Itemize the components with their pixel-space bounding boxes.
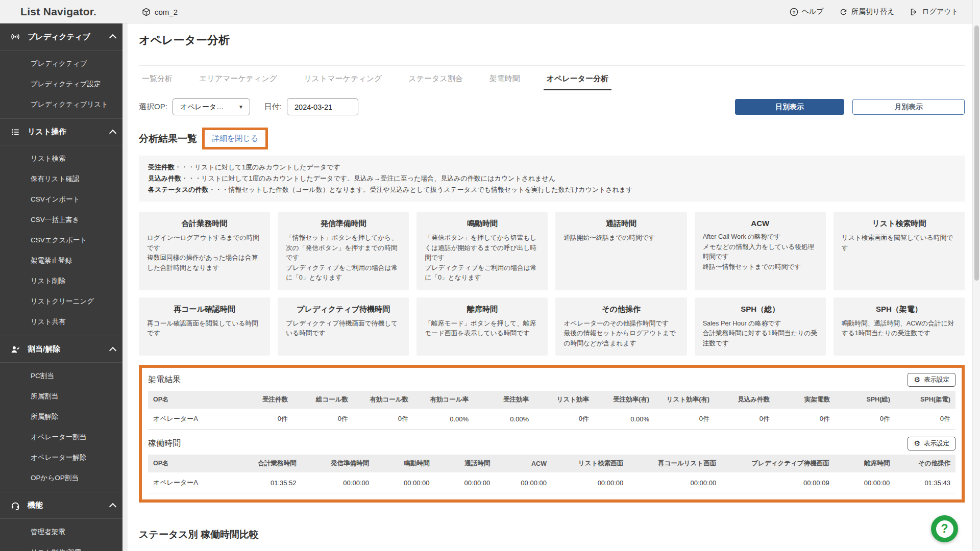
sidebar-item[interactable]: リストクリーニング — [0, 291, 128, 312]
sidebar-item[interactable]: オペレーター解除 — [0, 447, 128, 468]
sidebar-section-3[interactable]: 機能 — [0, 492, 128, 518]
results-heading-row: 分析結果一覧 詳細を閉じる — [139, 128, 965, 149]
monthly-view-button[interactable]: 月別表示 — [852, 99, 965, 115]
sidebar-item[interactable]: 所属割当 — [0, 386, 128, 407]
call-results-settings-button[interactable]: ⚙ 表示設定 — [908, 373, 955, 387]
sidebar-item[interactable]: リスト削除 — [0, 271, 128, 291]
sidebar-item[interactable]: OPからOP割当 — [0, 468, 128, 488]
status-comparison-heading: ステータス別 稼働時間比較 — [139, 528, 965, 541]
working-time-title: 稼働時間 — [148, 438, 181, 449]
table-header-cell: プレディクティブ待機画面 — [721, 455, 834, 472]
sidebar-section-1[interactable]: リスト操作 — [0, 118, 128, 145]
table-cell: 00:00:00 — [374, 472, 435, 493]
list-icon — [10, 127, 20, 137]
tab-4[interactable]: 架電時間 — [486, 74, 523, 90]
tables-highlight-box: 架電結果 ⚙ 表示設定 OP名受注件数総コール数有効コール数有効コール率受注効率… — [139, 365, 965, 503]
table-header-cell: リスト検索画面 — [552, 455, 628, 472]
date-input[interactable]: 2024-03-21 — [287, 98, 358, 115]
logout-button[interactable]: ログアウト — [910, 7, 959, 16]
company-selector[interactable]: com_2 — [142, 0, 178, 23]
sidebar: プレディクティブプレディクティブプレディクティブ設定プレディクティブリストリスト… — [0, 23, 128, 551]
assign-icon — [10, 344, 20, 355]
sidebar-item[interactable]: オペレーター割当 — [0, 427, 128, 447]
page-scrollbar-thumb[interactable] — [974, 26, 979, 281]
sidebar-item[interactable]: プレディクティブ設定 — [0, 74, 128, 94]
metric-card: 鳴動時間「発信ボタン」を押してから切電もしくは通話が開始するまでの呼び出し時間で… — [416, 212, 548, 290]
metric-card-title: 発信準備時間 — [286, 219, 401, 229]
date-value: 2024-03-21 — [295, 103, 332, 111]
table-header-cell: 実架電数 — [775, 391, 835, 409]
tab-3[interactable]: ステータス割合 — [405, 74, 465, 90]
table-header-cell: 合計業務時間 — [220, 455, 301, 472]
metric-card-text: 再コール確認画面を閲覧している時間です — [147, 319, 262, 339]
sidebar-scrollbar[interactable] — [122, 23, 128, 551]
help-button[interactable]: ? ヘルプ — [790, 7, 824, 16]
tab-1[interactable]: エリアマーケティング — [196, 74, 280, 90]
help-fab[interactable]: ? — [931, 515, 958, 542]
filter-row: 選択OP: オペレータ… ▼ 日付: 2024-03-21 日別表示 月別表示 — [139, 98, 965, 115]
sidebar-item[interactable]: 保有リスト確認 — [0, 169, 128, 189]
sidebar-item[interactable]: 管理者架電 — [0, 522, 128, 542]
table-header-cell: 有効コール率 — [413, 391, 474, 409]
metric-card-title: その他操作 — [564, 305, 678, 314]
metric-card: SPH（架電）鳴動時間、通話時間、ACWの合計に対する1時間当たりの受注数です — [834, 297, 965, 356]
sidebar-item[interactable]: CSV一括上書き — [0, 210, 128, 230]
table-header-cell: リスト効率 — [534, 391, 594, 409]
daily-view-button[interactable]: 日別表示 — [735, 99, 844, 115]
tab-5[interactable]: オペレーター分析 — [544, 74, 611, 90]
table-header-cell: リスト効率(有) — [654, 391, 715, 409]
working-time-settings-button[interactable]: ⚙ 表示設定 — [908, 437, 955, 450]
sidebar-item[interactable]: CSVインポート — [0, 189, 128, 210]
app-logo: List Navigator. — [20, 0, 96, 23]
sidebar-item[interactable]: リスト共有 — [0, 312, 128, 332]
metric-card: ACWAfter Call Work の略称ですメモなどの情報入力をしている後処… — [695, 212, 826, 290]
sidebar-section-2[interactable]: 割当/解除 — [0, 336, 128, 362]
table-header-cell: SPH(架電) — [895, 391, 955, 409]
question-icon: ? — [936, 520, 953, 538]
switch-affiliation-button[interactable]: 所属切り替え — [839, 7, 895, 16]
sidebar-item[interactable]: PC割当 — [0, 366, 128, 386]
cube-icon — [142, 8, 151, 16]
metric-card-text: 通話開始〜終話までの時間です — [564, 233, 678, 243]
table-header-cell: その他操作 — [895, 455, 955, 472]
metric-note: 受注件数・・・リストに対して1度のみカウントしたデータです — [148, 162, 955, 173]
metric-card: リスト検索時間リスト検索画面を閲覧している時間です — [834, 212, 965, 290]
table-cell: 00:00:00 — [495, 472, 552, 493]
table-cell: 00:00:00 — [628, 472, 721, 493]
table-cell: 00:00:00 — [302, 472, 374, 493]
metric-card: その他操作オペレーターのその他操作時間です最後の情報セットからログアウトまでの時… — [555, 297, 687, 356]
sidebar-item[interactable]: 架電禁止登録 — [0, 251, 128, 271]
table-cell: 0件 — [775, 409, 835, 430]
tab-2[interactable]: リストマーケティング — [301, 74, 385, 90]
sidebar-item[interactable]: リスト検索 — [0, 148, 128, 169]
metric-card: 合計業務時間ログイン〜ログアウトするまでの時間です複数回同様の操作があった場合は… — [139, 212, 270, 290]
sidebar-item[interactable]: リスト制作/架電 — [0, 542, 128, 551]
metric-card-title: 離席時間 — [425, 305, 540, 314]
sidebar-section-0[interactable]: プレディクティブ — [0, 23, 128, 50]
tab-0[interactable]: 一覧分析 — [139, 74, 176, 90]
sidebar-section-items: 管理者架電リスト制作/架電 — [0, 518, 128, 551]
metric-card-text: 最後の情報セットからログアウトまでの時間などが含まれます — [564, 329, 678, 348]
op-select[interactable]: オペレータ… ▼ — [173, 98, 250, 115]
table-row: オペレーターA01:35:5200:00:0000:00:0000:00:000… — [148, 472, 955, 493]
metric-card-text: プレディクティブをご利用の場合は常に「0」となります — [286, 263, 401, 283]
table-cell: 0件 — [233, 409, 293, 430]
sidebar-section-items: PC割当所属割当所属解除オペレーター割当オペレーター解除OPからOP割当 — [0, 362, 128, 492]
metric-card-title: 通話時間 — [564, 219, 678, 229]
call-results-table: OP名受注件数総コール数有効コール数有効コール率受注効率リスト効率受注効率(有)… — [148, 391, 955, 430]
settings-label: 表示設定 — [924, 439, 949, 448]
table-cell: 00:00:00 — [835, 472, 895, 493]
sidebar-item[interactable]: プレディクティブリスト — [0, 94, 128, 115]
chevron-up-icon — [109, 34, 116, 41]
metric-note: 各ステータスの件数・・・情報セットした件数（コール数）となります。受注や見込みと… — [148, 184, 955, 195]
metric-card-text: 「情報セット」ボタンを押してから、次の「発信ボタン」を押すまでの時間です — [286, 233, 401, 263]
chevron-up-icon — [109, 129, 116, 136]
metric-card: 再コール確認時間再コール確認画面を閲覧している時間です — [139, 297, 270, 356]
gear-icon: ⚙ — [914, 376, 920, 383]
sidebar-item[interactable]: CSVエクスポート — [0, 230, 128, 251]
metric-card-title: SPH（総） — [703, 305, 818, 314]
metric-note: 見込み件数・・・リストに対して1度のみカウントしたデータです。見込み→受注に至っ… — [148, 173, 955, 184]
sidebar-item[interactable]: プレディクティブ — [0, 54, 128, 74]
sidebar-item[interactable]: 所属解除 — [0, 407, 128, 427]
close-details-link[interactable]: 詳細を閉じる — [212, 134, 258, 142]
